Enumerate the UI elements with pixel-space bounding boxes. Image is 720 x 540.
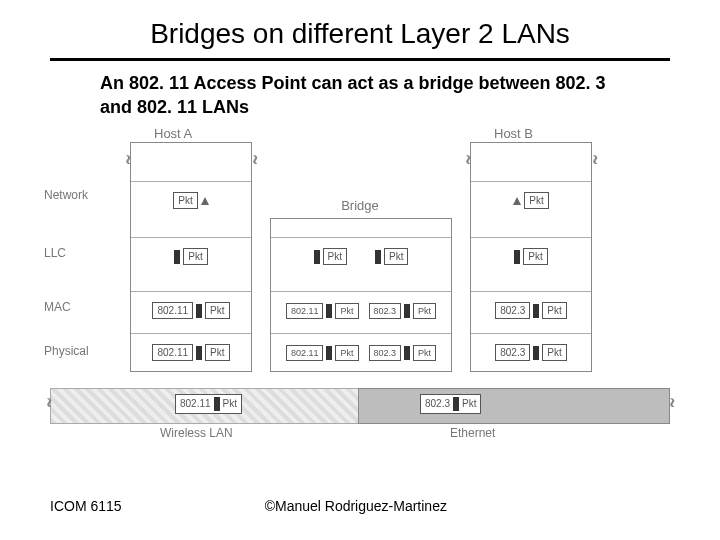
pkt-box: Pkt xyxy=(323,248,347,265)
ethernet-frame: 802.3 Pkt xyxy=(420,394,481,414)
llc-header-icon xyxy=(326,346,332,360)
ethernet-medium xyxy=(358,388,670,424)
llc-header-icon xyxy=(533,346,539,360)
title-rule xyxy=(50,58,670,61)
pkt-box: Pkt xyxy=(223,398,237,409)
llc-header-icon xyxy=(404,304,410,318)
footer-left: ICOM 6115 xyxy=(50,498,122,514)
llc-header-icon xyxy=(514,250,520,264)
pkt-box: Pkt xyxy=(335,303,358,319)
pkt-box: Pkt xyxy=(523,248,547,265)
mac-proto: 802.3 xyxy=(369,303,402,319)
slide-subtitle: An 802. 11 Access Point can act as a bri… xyxy=(0,71,720,128)
pkt-box: Pkt xyxy=(173,192,197,209)
mac-proto: 802.11 xyxy=(286,303,324,319)
pkt-box: Pkt xyxy=(462,398,476,409)
footer-center: ©Manuel Rodriguez-Martinez xyxy=(122,498,590,514)
host-b-label: Host B xyxy=(494,126,533,141)
pkt-box: Pkt xyxy=(413,345,436,361)
pkt-box: Pkt xyxy=(335,345,358,361)
pkt-box: Pkt xyxy=(542,344,566,361)
pkt-box: Pkt xyxy=(205,344,229,361)
host-a-label: Host A xyxy=(154,126,192,141)
layer-label-llc: LLC xyxy=(44,246,66,260)
pkt-box: Pkt xyxy=(413,303,436,319)
bridge-diagram: Network LLC MAC Physical Host A Host B B… xyxy=(50,128,670,458)
llc-header-icon xyxy=(326,304,332,318)
slide-footer: ICOM 6115 ©Manuel Rodriguez-Martinez xyxy=(50,498,670,514)
llc-header-icon xyxy=(196,304,202,318)
bridge-stack: Pkt Pkt 802.11 Pkt 802.3 Pkt 802.11 Pkt … xyxy=(270,218,452,372)
mac-proto: 802.11 xyxy=(152,302,193,319)
pkt-box: Pkt xyxy=(524,192,548,209)
llc-header-icon xyxy=(214,397,220,411)
phy-proto: 802.3 xyxy=(369,345,402,361)
pkt-box: Pkt xyxy=(205,302,229,319)
pkt-box: Pkt xyxy=(542,302,566,319)
llc-header-icon xyxy=(375,250,381,264)
host-a-stack: ≀ ≀ Pkt Pkt 802.11 Pkt 802.11 Pkt xyxy=(130,142,252,372)
llc-header-icon xyxy=(174,250,180,264)
llc-header-icon xyxy=(196,346,202,360)
llc-header-icon xyxy=(314,250,320,264)
layer-label-mac: MAC xyxy=(44,300,71,314)
wireless-label: Wireless LAN xyxy=(160,426,233,440)
media-strip: ≀ ≀ xyxy=(50,388,670,422)
ethernet-label: Ethernet xyxy=(450,426,495,440)
llc-header-icon xyxy=(453,397,459,411)
wireless-frame: 802.11 Pkt xyxy=(175,394,242,414)
frame-proto: 802.3 xyxy=(425,398,450,409)
phy-proto: 802.11 xyxy=(286,345,324,361)
pkt-box: Pkt xyxy=(183,248,207,265)
phy-proto: 802.3 xyxy=(495,344,530,361)
slide-title: Bridges on different Layer 2 LANs xyxy=(0,0,720,58)
llc-header-icon xyxy=(533,304,539,318)
layer-label-physical: Physical xyxy=(44,344,89,358)
phy-proto: 802.11 xyxy=(152,344,193,361)
host-b-stack: ≀ ≀ Pkt Pkt 802.3 Pkt 802.3 Pkt xyxy=(470,142,592,372)
mac-proto: 802.3 xyxy=(495,302,530,319)
frame-proto: 802.11 xyxy=(180,398,211,409)
llc-header-icon xyxy=(404,346,410,360)
pkt-box: Pkt xyxy=(384,248,408,265)
